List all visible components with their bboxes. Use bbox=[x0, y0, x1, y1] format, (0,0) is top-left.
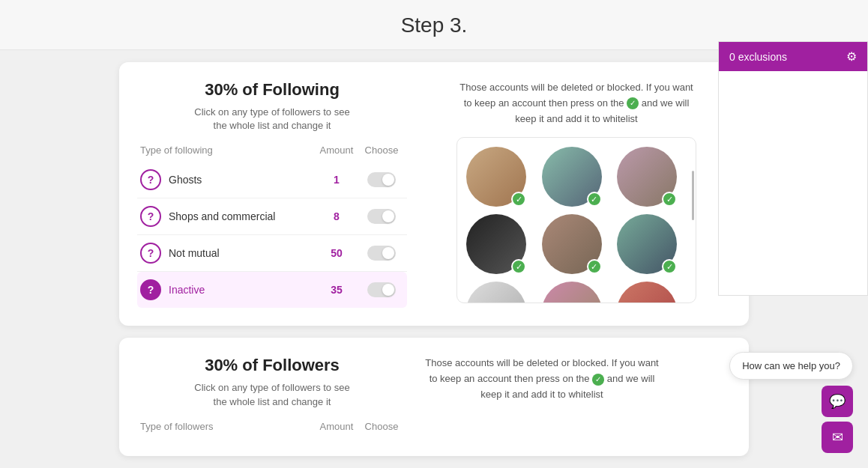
row-inactive-label: Inactive bbox=[169, 284, 314, 296]
profile-item-1[interactable]: ✓ bbox=[466, 147, 528, 208]
row-shops[interactable]: ? Shops and commercial 8 bbox=[137, 198, 407, 235]
followers-card-right: Those accounts will be deleted or blocke… bbox=[422, 356, 731, 437]
profile-item-8[interactable]: ✓ bbox=[542, 282, 603, 303]
following-info-text: Those accounts will be deleted or blocke… bbox=[456, 80, 696, 127]
profile-grid-container: ✓ ✓ ✓ ✓ ✓ bbox=[456, 137, 696, 303]
row-ghosts-icon: ? bbox=[140, 169, 161, 190]
followers-col-choose: Choose bbox=[359, 421, 404, 432]
profile-item-4[interactable]: ✓ bbox=[466, 214, 528, 276]
check-1: ✓ bbox=[511, 192, 526, 207]
chat-message-button[interactable]: 💬 bbox=[822, 386, 853, 417]
following-subtitle: Click on any type of followers to seethe… bbox=[137, 106, 407, 133]
following-title: 30% of Following bbox=[137, 80, 407, 100]
following-card-left: 30% of Following Click on any type of fo… bbox=[137, 80, 407, 308]
check-6: ✓ bbox=[662, 259, 677, 274]
following-card: 30% of Following Click on any type of fo… bbox=[119, 62, 749, 326]
check-icon-info: ✓ bbox=[627, 97, 639, 109]
exclusions-label: 0 exclusions bbox=[729, 51, 787, 63]
chat-help-bubble: How can we help you? bbox=[729, 352, 853, 380]
row-shops-toggle[interactable] bbox=[359, 209, 404, 224]
col-type-label: Type of following bbox=[140, 145, 314, 156]
exclusions-header[interactable]: 0 exclusions ⚙ bbox=[719, 42, 867, 71]
col-choose-label: Choose bbox=[359, 145, 404, 156]
avatar-9 bbox=[617, 282, 677, 303]
avatar-8 bbox=[542, 282, 602, 303]
profile-item-3[interactable]: ✓ bbox=[617, 147, 678, 208]
following-card-right: Those accounts will be deleted or blocke… bbox=[422, 80, 731, 308]
row-inactive-amount: 35 bbox=[314, 284, 359, 296]
row-inactive-icon: ? bbox=[140, 279, 161, 300]
following-table-header: Type of following Amount Choose bbox=[137, 145, 407, 156]
row-shops-amount: 8 bbox=[314, 210, 359, 222]
row-ghosts-label: Ghosts bbox=[169, 174, 314, 186]
row-inactive[interactable]: ? Inactive 35 bbox=[137, 272, 407, 308]
exclusions-filter-icon[interactable]: ⚙ bbox=[846, 49, 857, 64]
row-ghosts-amount: 1 bbox=[314, 174, 359, 186]
followers-subtitle: Click on any type of followers to seethe… bbox=[137, 381, 407, 408]
check-icon-info2: ✓ bbox=[592, 374, 604, 386]
row-not-mutual-label: Not mutual bbox=[169, 247, 314, 259]
check-5: ✓ bbox=[587, 259, 602, 274]
check-3: ✓ bbox=[662, 192, 677, 207]
profile-grid: ✓ ✓ ✓ ✓ ✓ bbox=[457, 138, 696, 303]
toggle-shops[interactable] bbox=[367, 209, 396, 224]
followers-col-amount: Amount bbox=[314, 421, 359, 432]
profile-item-9[interactable]: ✓ bbox=[617, 282, 678, 303]
exclusions-panel: 0 exclusions ⚙ bbox=[718, 41, 868, 296]
avatar-7 bbox=[466, 282, 526, 303]
followers-col-type: Type of followers bbox=[140, 421, 314, 432]
chat-buttons: 💬 ✉ bbox=[822, 386, 853, 453]
row-ghosts-toggle[interactable] bbox=[359, 172, 404, 187]
row-not-mutual-icon: ? bbox=[140, 243, 161, 264]
check-4: ✓ bbox=[511, 259, 526, 274]
profile-item-7[interactable]: ✓ bbox=[466, 282, 528, 303]
toggle-not-mutual[interactable] bbox=[367, 246, 396, 261]
followers-card: 30% of Followers Click on any type of fo… bbox=[119, 338, 749, 455]
chat-email-button[interactable]: ✉ bbox=[822, 422, 853, 453]
row-ghosts[interactable]: ? Ghosts 1 bbox=[137, 162, 407, 198]
row-inactive-toggle[interactable] bbox=[359, 282, 404, 297]
followers-title: 30% of Followers bbox=[137, 356, 407, 375]
profile-item-5[interactable]: ✓ bbox=[542, 214, 603, 276]
toggle-ghosts[interactable] bbox=[367, 172, 396, 187]
row-shops-icon: ? bbox=[140, 206, 161, 227]
profile-item-2[interactable]: ✓ bbox=[542, 147, 603, 208]
chat-widget: How can we help you? 💬 ✉ bbox=[729, 352, 853, 453]
followers-table-header: Type of followers Amount Choose bbox=[137, 421, 407, 432]
row-not-mutual-amount: 50 bbox=[314, 247, 359, 259]
profile-item-6[interactable]: ✓ bbox=[617, 214, 678, 276]
row-not-mutual-toggle[interactable] bbox=[359, 246, 404, 261]
row-not-mutual[interactable]: ? Not mutual 50 bbox=[137, 235, 407, 272]
followers-info-text: Those accounts will be deleted or blocke… bbox=[422, 356, 662, 402]
row-shops-label: Shops and commercial bbox=[169, 210, 314, 222]
toggle-inactive[interactable] bbox=[367, 282, 396, 297]
followers-card-left: 30% of Followers Click on any type of fo… bbox=[137, 356, 407, 437]
scrollbar bbox=[692, 171, 694, 220]
col-amount-label: Amount bbox=[314, 145, 359, 156]
check-2: ✓ bbox=[587, 192, 602, 207]
